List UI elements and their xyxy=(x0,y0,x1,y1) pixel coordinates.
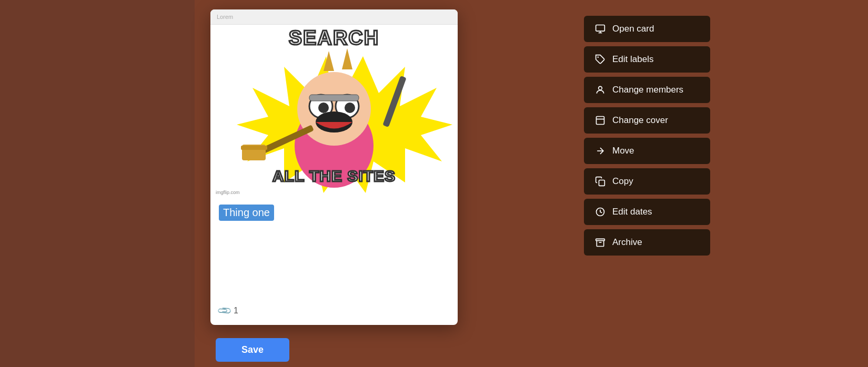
clock-icon xyxy=(594,206,606,218)
attachment-count: 1 xyxy=(234,306,238,315)
open-card-button[interactable]: Open card xyxy=(584,16,710,42)
card-modal: Lorem xyxy=(210,9,458,325)
svg-rect-26 xyxy=(599,180,605,186)
svg-point-6 xyxy=(318,103,329,113)
context-menu: Open card Edit labels Change members Cha… xyxy=(584,16,710,256)
save-button[interactable]: Save xyxy=(216,338,289,362)
change-members-button[interactable]: Change members xyxy=(584,77,710,103)
edit-labels-label: Edit labels xyxy=(612,54,653,65)
tag-icon xyxy=(594,54,606,65)
card-header-text: Lorem xyxy=(217,14,233,20)
svg-text:SEARCH: SEARCH xyxy=(289,27,379,49)
edit-labels-button[interactable]: Edit labels xyxy=(584,46,710,73)
archive-label: Archive xyxy=(612,237,642,248)
svg-point-7 xyxy=(345,103,355,113)
bg-left-panel xyxy=(0,0,195,367)
meme-image: SEARCH ALL THE SITES xyxy=(210,25,458,198)
attachment-icon: 📎 xyxy=(216,302,233,319)
save-bar: Save xyxy=(210,333,295,367)
svg-rect-23 xyxy=(597,117,604,125)
edit-dates-label: Edit dates xyxy=(612,207,652,217)
image-icon xyxy=(594,115,606,126)
archive-button[interactable]: Archive xyxy=(584,229,710,256)
svg-text:ALL THE SITES: ALL THE SITES xyxy=(272,167,396,185)
card-meme-area: SEARCH ALL THE SITES imgflip.com xyxy=(210,25,458,198)
svg-rect-9 xyxy=(309,95,359,101)
open-card-label: Open card xyxy=(612,24,654,34)
card-title-area: Thing one xyxy=(210,198,458,225)
copy-icon xyxy=(594,176,606,187)
svg-point-3 xyxy=(297,72,371,146)
change-members-label: Change members xyxy=(612,85,683,95)
change-cover-button[interactable]: Change cover xyxy=(584,107,710,134)
svg-rect-18 xyxy=(596,25,605,32)
change-cover-label: Change cover xyxy=(612,115,668,126)
copy-button[interactable]: Copy xyxy=(584,168,710,195)
svg-rect-28 xyxy=(596,239,605,240)
svg-point-22 xyxy=(599,86,602,90)
person-icon xyxy=(594,84,606,96)
imgflip-credit: imgflip.com xyxy=(216,190,240,195)
card-footer: 📎 1 xyxy=(210,300,458,325)
svg-rect-14 xyxy=(241,146,267,150)
copy-label: Copy xyxy=(612,176,633,187)
card-body xyxy=(210,225,458,300)
card-title[interactable]: Thing one xyxy=(219,205,274,221)
archive-icon xyxy=(594,237,606,248)
move-button[interactable]: Move xyxy=(584,138,710,164)
edit-dates-button[interactable]: Edit dates xyxy=(584,199,710,225)
screen-icon xyxy=(594,23,606,35)
card-header: Lorem xyxy=(210,9,458,25)
move-label: Move xyxy=(612,146,634,156)
arrow-icon xyxy=(594,145,606,157)
